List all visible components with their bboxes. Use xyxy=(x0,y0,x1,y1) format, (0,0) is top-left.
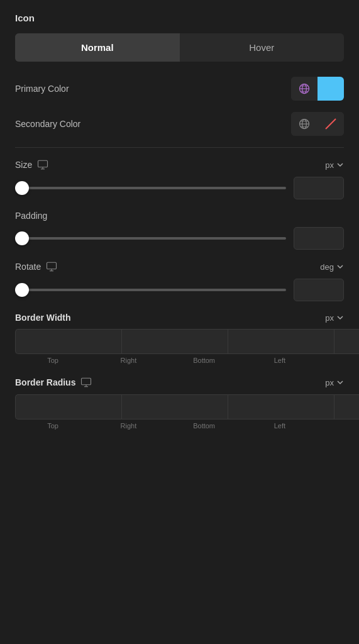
size-chevron-icon xyxy=(336,161,344,169)
size-prop-header: Size px xyxy=(15,159,344,170)
border-radius-left-input[interactable] xyxy=(334,394,359,419)
rotate-slider-row xyxy=(15,279,344,301)
border-radius-left-label: Left xyxy=(242,422,318,430)
border-width-left-input[interactable] xyxy=(334,329,359,354)
border-width-top-input[interactable] xyxy=(15,329,121,354)
border-width-bottom-label: Bottom xyxy=(167,357,242,364)
size-label: Size xyxy=(15,160,32,170)
border-radius-labels: Top Right Bottom Left xyxy=(15,422,344,430)
padding-slider-row xyxy=(15,227,344,250)
border-width-section: Border Width px Top Right Bottom Left xyxy=(15,313,344,364)
primary-color-label: Primary Color xyxy=(15,84,69,94)
divider-1 xyxy=(15,147,344,148)
border-width-labels: Top Right Bottom Left xyxy=(15,357,344,364)
border-width-unit-select[interactable]: px xyxy=(325,313,344,323)
section-title: Icon xyxy=(15,13,344,23)
primary-color-row: Primary Color xyxy=(15,77,344,101)
rotate-value-input[interactable] xyxy=(294,279,344,301)
border-width-right-input[interactable] xyxy=(121,329,228,354)
padding-value-input[interactable] xyxy=(294,227,344,250)
padding-slider-wrapper xyxy=(15,237,286,240)
tab-normal[interactable]: Normal xyxy=(15,33,180,62)
border-width-inputs xyxy=(15,329,344,354)
secondary-color-row: Secondary Color xyxy=(15,112,344,136)
rotate-unit-select[interactable]: deg xyxy=(320,262,344,272)
border-width-left-label: Left xyxy=(242,357,318,364)
padding-slider[interactable] xyxy=(15,237,286,240)
size-header-left: Size xyxy=(15,159,48,170)
no-color-icon xyxy=(322,115,340,133)
border-radius-unit-select[interactable]: px xyxy=(325,378,344,387)
secondary-color-globe-btn[interactable] xyxy=(291,112,318,136)
rotate-header-left: Rotate xyxy=(15,261,57,272)
svg-rect-17 xyxy=(82,378,91,385)
border-radius-section: Border Radius px Top Right Bo xyxy=(15,377,344,430)
border-radius-top-label: Top xyxy=(15,422,91,430)
border-width-bottom-input[interactable] xyxy=(228,329,334,354)
secondary-color-swatch[interactable] xyxy=(318,112,344,136)
size-prop-row: Size px xyxy=(15,159,344,199)
padding-label: Padding xyxy=(15,211,47,221)
rotate-prop-row: Rotate deg xyxy=(15,261,344,301)
border-radius-right-label: Right xyxy=(91,422,166,430)
padding-prop-row: Padding xyxy=(15,211,344,250)
border-width-link-spacer xyxy=(318,357,344,364)
border-radius-bottom-label: Bottom xyxy=(167,422,242,430)
border-radius-top-input[interactable] xyxy=(15,394,121,419)
secondary-color-controls xyxy=(291,112,344,136)
border-radius-link-spacer xyxy=(318,422,344,430)
globe-icon-secondary xyxy=(298,118,311,130)
border-width-chevron-icon xyxy=(336,314,344,321)
size-unit-select[interactable]: px xyxy=(325,160,344,170)
padding-header-left: Padding xyxy=(15,211,47,221)
primary-color-controls xyxy=(291,77,344,101)
border-radius-inputs xyxy=(15,394,344,419)
primary-color-swatch[interactable] xyxy=(318,77,344,101)
rotate-monitor-icon xyxy=(46,261,57,272)
size-monitor-icon xyxy=(37,159,48,170)
rotate-slider[interactable] xyxy=(15,289,286,291)
border-width-top-label: Top xyxy=(15,357,91,364)
border-radius-bottom-input[interactable] xyxy=(228,394,334,419)
border-radius-monitor-icon xyxy=(80,377,92,388)
border-width-header: Border Width px xyxy=(15,313,344,323)
size-slider-wrapper xyxy=(15,187,286,189)
border-width-right-label: Right xyxy=(91,357,166,364)
rotate-chevron-icon xyxy=(336,263,344,270)
border-radius-header: Border Radius px xyxy=(15,377,344,388)
border-radius-right-input[interactable] xyxy=(121,394,228,419)
border-radius-title: Border Radius xyxy=(15,377,92,388)
primary-color-globe-btn[interactable] xyxy=(291,77,318,101)
size-slider-row xyxy=(15,177,344,199)
size-value-input[interactable] xyxy=(294,177,344,199)
svg-rect-11 xyxy=(38,160,48,167)
tab-hover[interactable]: Hover xyxy=(180,33,345,62)
border-radius-chevron-icon xyxy=(336,379,344,386)
rotate-label: Rotate xyxy=(15,262,41,272)
secondary-color-label: Secondary Color xyxy=(15,119,80,129)
svg-line-10 xyxy=(326,119,336,129)
padding-prop-header: Padding xyxy=(15,211,344,221)
rotate-slider-wrapper xyxy=(15,289,286,291)
size-slider[interactable] xyxy=(15,187,286,189)
border-width-title: Border Width xyxy=(15,313,71,323)
svg-rect-14 xyxy=(47,262,57,269)
rotate-prop-header: Rotate deg xyxy=(15,261,344,272)
globe-icon xyxy=(298,82,311,95)
tab-switcher: Normal Hover xyxy=(15,33,344,62)
